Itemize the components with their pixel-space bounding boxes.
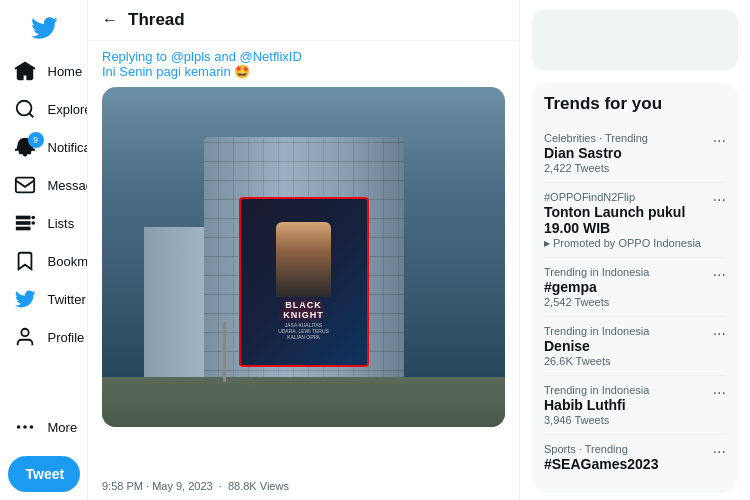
sidebar-item-notifications-label: Notifications [48, 140, 89, 155]
trend-count-1: 2,422 Tweets [544, 162, 648, 174]
thread-header: ← Thread [88, 0, 519, 41]
svg-point-6 [31, 221, 35, 225]
trend-name-5: Habib Luthfi [544, 397, 649, 413]
trend-category-5: Trending in Indonesia [544, 384, 649, 396]
promoted-label-2: Promoted by OPPO Indonesia [544, 237, 713, 249]
trend-category-3: Trending in Indonesia [544, 266, 649, 278]
sidebar-item-profile-label: Profile [48, 330, 85, 345]
reply-text: Replying to @plpls and @NetflixID [102, 49, 302, 64]
trends-box: Trends for you Celebrities · Trending Di… [532, 82, 738, 493]
trend-category-6: Sports · Trending [544, 443, 658, 455]
mail-icon [14, 174, 36, 196]
trend-category-4: Trending in Indonesia [544, 325, 649, 337]
tweet-timestamp: 9:58 PM · May 9, 2023 [102, 480, 213, 492]
sidebar-bottom: More Tweet [0, 408, 87, 500]
trend-dots-6[interactable]: ··· [713, 443, 726, 461]
street-level [102, 377, 505, 427]
tweet-button[interactable]: Tweet [8, 456, 80, 492]
tweet-image[interactable]: BLACKKNIGHT JASA KUALITASUDARA, LEWI TER… [102, 87, 505, 427]
home-icon [14, 60, 36, 82]
trend-item-seagames[interactable]: Sports · Trending #SEAGames2023 ··· [544, 435, 726, 481]
trend-item-dian-sastro[interactable]: Celebrities · Trending Dian Sastro 2,422… [544, 124, 726, 183]
billboard: BLACKKNIGHT JASA KUALITASUDARA, LEWI TER… [239, 197, 369, 367]
svg-point-10 [29, 425, 33, 429]
trend-dots-2[interactable]: ··· [713, 191, 726, 209]
trends-title: Trends for you [544, 94, 726, 114]
trend-item-habib-luthfi[interactable]: Trending in Indonesia Habib Luthfi 3,946… [544, 376, 726, 435]
reply-info: Replying to @plpls and @NetflixID Ini Se… [88, 41, 519, 83]
sidebar-item-explore[interactable]: Explore [4, 90, 84, 128]
back-button[interactable]: ← [102, 11, 118, 29]
svg-rect-4 [16, 228, 29, 230]
sidebar-item-more[interactable]: More [4, 408, 84, 446]
sidebar-item-more-label: More [48, 420, 78, 435]
svg-point-5 [31, 216, 35, 220]
placeholder-box [532, 10, 738, 70]
svg-point-9 [23, 425, 27, 429]
trend-dots-4[interactable]: ··· [713, 325, 726, 343]
sidebar-item-bookmarks[interactable]: Bookmarks [4, 242, 84, 280]
tweet-metadata: 9:58 PM · May 9, 2023 · 88.8K Views [88, 474, 519, 500]
twitter-blue-icon [14, 288, 36, 310]
main-content: ← Thread Replying to @plpls and @Netflix… [88, 0, 520, 500]
trend-name-3: #gempa [544, 279, 649, 295]
sidebar-item-messages-label: Messages [48, 178, 89, 193]
billboard-details: JASA KUALITASUDARA, LEWI TERUSKALIAN OPP… [276, 320, 331, 342]
street-light [223, 322, 226, 382]
trend-count-5: 3,946 Tweets [544, 414, 649, 426]
sidebar-item-messages[interactable]: Messages [4, 166, 84, 204]
svg-rect-1 [15, 178, 33, 193]
sidebar-item-profile[interactable]: Profile [4, 318, 84, 356]
trend-count-3: 2,542 Tweets [544, 296, 649, 308]
reply-to-users[interactable]: @plpls and @NetflixID [171, 49, 302, 64]
twitter-logo[interactable] [24, 8, 64, 48]
bookmark-icon [14, 250, 36, 272]
sidebar-item-explore-label: Explore [48, 102, 89, 117]
tweet-caption: Ini Senin pagi kemarin 🤩 [102, 64, 250, 79]
svg-point-8 [16, 425, 20, 429]
sidebar-item-bookmarks-label: Bookmarks [48, 254, 89, 269]
trend-dots-3[interactable]: ··· [713, 266, 726, 284]
tweet-image-area: BLACKKNIGHT JASA KUALITASUDARA, LEWI TER… [88, 83, 519, 474]
trend-count-4: 26.6K Tweets [544, 355, 649, 367]
svg-rect-2 [16, 217, 29, 219]
sidebar-item-lists[interactable]: Lists [4, 204, 84, 242]
sidebar-item-twitter-blue-label: Twitter Blue [48, 292, 89, 307]
billboard-show-title: BLACKKNIGHT [283, 301, 324, 321]
billboard-person-image [276, 222, 331, 297]
thread-title: Thread [128, 10, 185, 30]
sidebar-item-notifications[interactable]: 9 Notifications [4, 128, 84, 166]
lists-icon [14, 212, 36, 234]
trend-name-1: Dian Sastro [544, 145, 648, 161]
trend-name-4: Denise [544, 338, 649, 354]
notification-badge: 9 [28, 132, 44, 148]
trend-item-oppo[interactable]: #OPPOFindN2Flip Tonton Launch pukul 19.0… [544, 183, 726, 258]
more-icon [14, 416, 36, 438]
sidebar-item-lists-label: Lists [48, 216, 75, 231]
trend-item-denise[interactable]: Trending in Indonesia Denise 26.6K Tweet… [544, 317, 726, 376]
sidebar-item-home-label: Home [48, 64, 83, 79]
trend-category-1: Celebrities · Trending [544, 132, 648, 144]
left-sidebar: Home Explore 9 Notifications Messages [0, 0, 88, 500]
svg-point-7 [21, 329, 28, 336]
trend-dots-5[interactable]: ··· [713, 384, 726, 402]
svg-point-0 [16, 101, 31, 116]
explore-icon [14, 98, 36, 120]
trend-name-2: Tonton Launch pukul 19.00 WIB [544, 204, 713, 236]
trend-item-gempa[interactable]: Trending in Indonesia #gempa 2,542 Tweet… [544, 258, 726, 317]
trend-dots-1[interactable]: ··· [713, 132, 726, 150]
right-sidebar: Trends for you Celebrities · Trending Di… [520, 0, 750, 500]
sidebar-item-home[interactable]: Home [4, 52, 84, 90]
trend-name-6: #SEAGames2023 [544, 456, 658, 472]
sidebar-item-twitter-blue[interactable]: Twitter Blue [4, 280, 84, 318]
person-icon [14, 326, 36, 348]
trend-category-2: #OPPOFindN2Flip [544, 191, 713, 203]
tweet-views: 88.8K Views [228, 480, 289, 492]
svg-rect-3 [16, 222, 29, 224]
